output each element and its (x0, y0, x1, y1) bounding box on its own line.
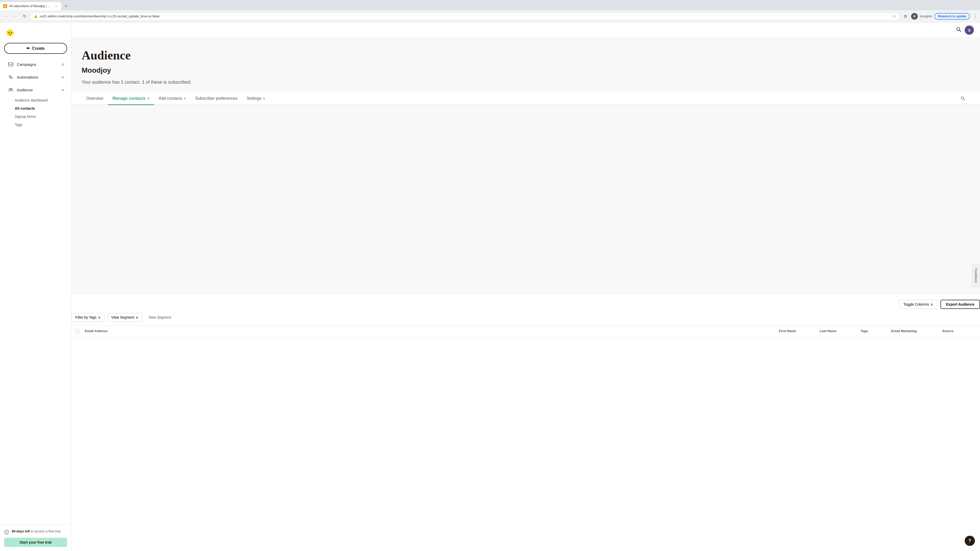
toggle-columns-chevron: ∨ (931, 302, 933, 306)
column-first-name[interactable]: First Name (776, 329, 817, 334)
url-text: us21.admin.mailchimp.com/lists/members/#… (40, 14, 891, 18)
extensions-button[interactable]: ⧉ (902, 13, 909, 20)
audience-dashboard-label: Audience dashboard (15, 98, 48, 102)
new-tab-button[interactable]: + (62, 3, 69, 10)
reload-button[interactable]: ↻ (21, 13, 28, 20)
global-search-button[interactable] (956, 27, 962, 34)
svg-point-15 (957, 27, 960, 30)
svg-point-8 (9, 29, 12, 31)
campaigns-icon (7, 61, 14, 68)
sidebar-item-tags[interactable]: Tags (0, 121, 71, 129)
incognito-label: Incognito (920, 14, 932, 18)
subtitle-prefix: Your audience has (82, 79, 121, 85)
table-toolbar-right: Toggle Columns ∨ Export Audience (899, 300, 980, 309)
contact-count: 1 (121, 79, 123, 85)
sidebar-item-all-contacts[interactable]: All contacts (0, 104, 71, 113)
app-container: ✏ Create Campaigns ∨ Automations ∨ Audie… (0, 22, 980, 551)
tab-overview[interactable]: Overview (82, 93, 108, 105)
sidebar-footer: 89 days left to access a free trial. Sta… (0, 525, 71, 551)
view-segment-chevron: ∨ (136, 315, 138, 319)
svg-rect-9 (8, 62, 13, 66)
trial-notice: 89 days left to access a free trial. (4, 529, 67, 535)
close-tab-button[interactable]: × (54, 4, 58, 8)
create-button[interactable]: ✏ Create (4, 43, 67, 54)
back-button[interactable]: ← (3, 13, 10, 20)
table-header: › Email Address First Name Last Name Tag… (72, 326, 980, 338)
feedback-tab[interactable]: Feedback (972, 264, 980, 287)
page-title: Audience (82, 48, 970, 62)
automations-chevron: ∨ (62, 75, 64, 79)
pencil-icon: ✏ (27, 46, 30, 51)
svg-text:M: M (4, 5, 6, 8)
clock-icon (4, 530, 9, 535)
sidebar-item-audience[interactable]: Audience ∧ (2, 84, 69, 96)
sidebar-item-audience-dashboard[interactable]: Audience dashboard (0, 96, 71, 104)
incognito-profile[interactable] (911, 13, 918, 20)
tab-subscriber-preferences[interactable]: Subscriber preferences (191, 93, 242, 105)
column-last-name[interactable]: Last Name (817, 329, 858, 334)
trial-text: 89 days left to access a free trial. (12, 529, 61, 534)
start-free-trial-button[interactable]: Start your free trial (4, 538, 67, 547)
create-label: Create (32, 46, 45, 51)
toggle-columns-label: Toggle Columns (904, 302, 929, 306)
table-area: Toggle Columns ∨ Export Audience Filter … (72, 295, 980, 551)
tags-label: Tags (15, 123, 22, 127)
subtitle-suffix: of these is subscribed. (145, 79, 192, 85)
expand-icon[interactable]: › (75, 329, 80, 334)
campaigns-chevron: ∨ (62, 62, 64, 66)
user-avatar-button[interactable]: S (965, 25, 974, 35)
new-segment-button[interactable]: New Segment (145, 313, 175, 321)
table-toolbar: Toggle Columns ∨ Export Audience (72, 300, 980, 309)
forward-button[interactable]: → (12, 13, 19, 20)
subscribed-count: 1 (142, 79, 145, 85)
logo-area (0, 22, 71, 41)
svg-point-11 (11, 77, 12, 79)
svg-point-6 (8, 32, 10, 33)
campaigns-label: Campaigns (17, 62, 62, 67)
browser-nav-bar: ← → ↻ 🔒 us21.admin.mailchimp.com/lists/m… (0, 10, 980, 22)
bookmark-icon[interactable]: ☆ (892, 14, 896, 19)
sidebar-item-automations[interactable]: Automations ∨ (2, 71, 69, 83)
page-header-bar: S (72, 22, 980, 38)
user-initial: S (968, 28, 970, 32)
page-content: Audience Moodjoy Your audience has 1 con… (72, 38, 980, 295)
browser-menu-button[interactable]: ⋮ (973, 14, 977, 19)
tab-settings[interactable]: Settings ∨ (242, 93, 270, 105)
subtitle-middle: contact. (123, 79, 142, 85)
svg-point-10 (9, 76, 11, 77)
export-audience-button[interactable]: Export Audience (940, 300, 980, 309)
view-segment-button[interactable]: View Segment ∨ (107, 313, 142, 322)
svg-point-7 (11, 32, 12, 33)
column-email[interactable]: Email Address (82, 329, 776, 334)
browser-chrome: M All subscribers of Moodjoy | Ma... × +… (0, 0, 980, 22)
toggle-columns-button[interactable]: Toggle Columns ∨ (899, 300, 937, 309)
column-source[interactable]: Source (939, 329, 980, 334)
mailchimp-logo[interactable] (5, 27, 15, 38)
sidebar-item-signup-forms[interactable]: Signup forms (0, 113, 71, 121)
tab-favicon: M (3, 4, 7, 8)
automations-label: Automations (17, 75, 62, 79)
main-content: S Audience Moodjoy Your audience has 1 c… (72, 22, 980, 551)
sidebar-item-campaigns[interactable]: Campaigns ∨ (2, 58, 69, 70)
active-tab: M All subscribers of Moodjoy | Ma... × (0, 2, 61, 10)
all-contacts-label: All contacts (15, 106, 35, 110)
address-bar[interactable]: 🔒 us21.admin.mailchimp.com/lists/members… (30, 12, 900, 21)
tab-manage-contacts[interactable]: Manage contacts ∨ (108, 93, 154, 105)
help-button[interactable]: ? (965, 536, 975, 546)
filter-by-tags-button[interactable]: Filter by Tags ∨ (72, 313, 104, 322)
settings-chevron: ∨ (263, 97, 265, 100)
audience-chevron: ∧ (62, 88, 64, 92)
column-tags[interactable]: Tags (858, 329, 888, 334)
add-contacts-label: Add contacts (159, 96, 183, 101)
relaunch-button[interactable]: Relaunch to update (934, 13, 970, 20)
filter-tags-chevron: ∨ (98, 315, 100, 319)
overview-label: Overview (86, 96, 103, 101)
table-search-button[interactable] (956, 93, 970, 105)
sidebar: ✏ Create Campaigns ∨ Automations ∨ Audie… (0, 22, 72, 551)
column-expand: › (72, 329, 82, 334)
column-email-marketing[interactable]: Email Marketing (888, 329, 939, 334)
audience-icon (7, 86, 14, 94)
sub-navigation: Overview Manage contacts ∨ Add contacts … (72, 93, 980, 105)
tab-add-contacts[interactable]: Add contacts ∨ (154, 93, 191, 105)
lock-icon: 🔒 (34, 14, 38, 18)
